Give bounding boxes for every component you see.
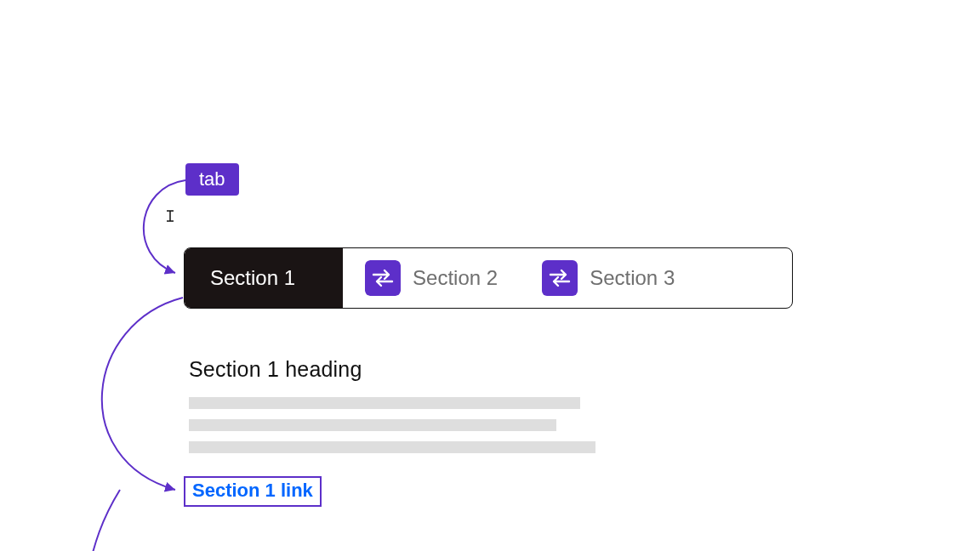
- tab-section-1[interactable]: Section 1: [185, 248, 343, 308]
- placeholder-line: [189, 441, 595, 453]
- section-1-link[interactable]: Section 1 link: [192, 480, 313, 501]
- section-heading: Section 1 heading: [189, 357, 595, 382]
- placeholder-line: [189, 397, 580, 409]
- role-badge-label: tab: [199, 168, 225, 190]
- tab-bar: Section 1 Section 2 Section 3: [184, 247, 793, 309]
- focused-link-outline: Section 1 link: [184, 476, 322, 507]
- tab-label: Section 3: [590, 266, 675, 290]
- tab-label: Section 2: [413, 266, 498, 290]
- tab-section-2[interactable]: Section 2: [343, 248, 520, 308]
- tab-label: Section 1: [210, 266, 295, 290]
- swap-icon: [542, 260, 578, 296]
- placeholder-line: [189, 419, 556, 431]
- placeholder-text: [189, 397, 595, 453]
- role-badge-tab: tab: [185, 163, 239, 196]
- section-content: Section 1 heading: [189, 357, 595, 463]
- swap-icon: [365, 260, 401, 296]
- tab-section-3[interactable]: Section 3: [520, 248, 697, 308]
